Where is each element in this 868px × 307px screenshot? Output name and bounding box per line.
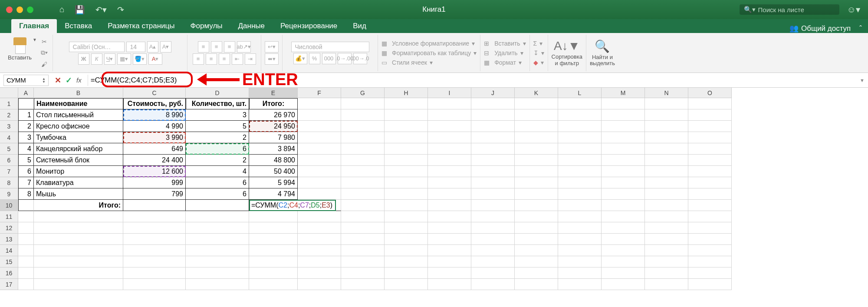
cell[interactable]: 2 xyxy=(186,132,249,143)
cell[interactable] xyxy=(428,177,471,188)
cell[interactable] xyxy=(471,109,515,121)
delete-cells-button[interactable]: ⊟Удалить▾ xyxy=(484,50,526,56)
cell[interactable] xyxy=(645,155,688,166)
cell[interactable] xyxy=(298,98,341,109)
cell[interactable] xyxy=(558,200,602,211)
cell[interactable] xyxy=(688,132,732,143)
cell[interactable] xyxy=(515,279,558,290)
cell[interactable] xyxy=(688,245,732,256)
feedback-icon[interactable]: ☺▾ xyxy=(847,4,860,15)
cell[interactable] xyxy=(428,211,471,222)
cell[interactable] xyxy=(602,155,645,166)
cell[interactable]: 3 894 xyxy=(249,143,298,155)
thousands-icon[interactable]: 000 xyxy=(322,53,336,64)
fill-color-icon[interactable]: 🪣▾ xyxy=(133,53,147,65)
expand-formula-bar-icon[interactable]: ▼ xyxy=(860,78,865,83)
col-header-h[interactable]: H xyxy=(385,88,428,98)
cell[interactable]: 8 990 xyxy=(123,109,186,121)
cell[interactable]: 1 xyxy=(18,109,34,121)
cell[interactable] xyxy=(34,211,123,222)
cell-styles-button[interactable]: ▭Стили ячеек▾ xyxy=(381,59,477,66)
minimize-window-icon[interactable] xyxy=(16,7,23,13)
cell[interactable]: 649 xyxy=(123,143,186,155)
row-header-2[interactable]: 2 xyxy=(0,109,18,121)
cell[interactable] xyxy=(471,200,515,211)
cell[interactable] xyxy=(186,245,249,256)
spreadsheet-grid[interactable]: ABCDEFGHIJKLMNO 123456789101112131415161… xyxy=(0,88,868,307)
col-header-b[interactable]: B xyxy=(34,88,123,98)
cell[interactable] xyxy=(515,121,558,132)
col-header-m[interactable]: M xyxy=(602,88,645,98)
cell[interactable] xyxy=(688,267,732,279)
cell[interactable] xyxy=(34,279,123,290)
cell[interactable] xyxy=(602,98,645,109)
align-top-icon[interactable]: ≡ xyxy=(198,41,209,53)
cell[interactable] xyxy=(558,98,602,109)
cell[interactable]: 5 xyxy=(18,155,34,166)
cell[interactable] xyxy=(385,177,428,188)
cell[interactable] xyxy=(602,109,645,121)
cell[interactable] xyxy=(123,222,186,234)
cell[interactable]: =СУММ(C2;C4;C7;D5;E3) xyxy=(249,200,341,211)
cell[interactable] xyxy=(645,245,688,256)
cell[interactable] xyxy=(645,188,688,200)
col-header-f[interactable]: F xyxy=(298,88,341,98)
row-header-13[interactable]: 13 xyxy=(0,234,18,245)
cell[interactable] xyxy=(558,143,602,155)
format-painter-icon[interactable]: 🖌 xyxy=(39,60,49,69)
col-header-g[interactable]: G xyxy=(341,88,385,98)
cell[interactable] xyxy=(428,109,471,121)
cell[interactable] xyxy=(428,279,471,290)
cell[interactable] xyxy=(688,109,732,121)
cell[interactable] xyxy=(558,245,602,256)
cell[interactable] xyxy=(123,279,186,290)
cell[interactable] xyxy=(298,109,341,121)
cell[interactable] xyxy=(385,200,428,211)
cell[interactable] xyxy=(341,188,385,200)
cell[interactable] xyxy=(34,256,123,267)
cell[interactable]: Системный блок xyxy=(34,155,123,166)
cell[interactable] xyxy=(688,279,732,290)
cell[interactable] xyxy=(18,234,34,245)
cell[interactable] xyxy=(645,98,688,109)
decrease-indent-icon[interactable]: ⇤ xyxy=(232,53,243,65)
cell[interactable] xyxy=(471,211,515,222)
row-header-1[interactable]: 1 xyxy=(0,98,18,109)
cell[interactable] xyxy=(385,143,428,155)
cell[interactable] xyxy=(123,200,186,211)
cell[interactable] xyxy=(645,200,688,211)
cell[interactable] xyxy=(602,256,645,267)
cell[interactable] xyxy=(515,109,558,121)
cell[interactable] xyxy=(602,188,645,200)
cell[interactable] xyxy=(385,132,428,143)
cell[interactable] xyxy=(602,279,645,290)
row-header-6[interactable]: 6 xyxy=(0,155,18,166)
cell[interactable]: Тумбочка xyxy=(34,132,123,143)
col-header-d[interactable]: D xyxy=(186,88,249,98)
align-bottom-icon[interactable]: ≡ xyxy=(224,41,235,53)
cell[interactable] xyxy=(18,222,34,234)
cell[interactable] xyxy=(471,132,515,143)
cell[interactable] xyxy=(515,234,558,245)
cell[interactable] xyxy=(471,245,515,256)
format-cells-button[interactable]: ▦Формат▾ xyxy=(484,59,526,66)
cell[interactable]: 4 xyxy=(18,143,34,155)
increase-decimal-icon[interactable]: .0→.00 xyxy=(338,53,352,64)
cell[interactable] xyxy=(428,200,471,211)
cell[interactable] xyxy=(428,222,471,234)
cell[interactable]: Наименование xyxy=(34,98,123,109)
cell[interactable] xyxy=(385,166,428,177)
cell[interactable] xyxy=(428,121,471,132)
row-header-15[interactable]: 15 xyxy=(0,256,18,267)
formula-input[interactable]: =СУММ(C2;C4;C7;D5;E3) xyxy=(88,75,856,86)
sort-filter-icon[interactable]: A↓▼ xyxy=(554,39,580,53)
cell[interactable]: 3 xyxy=(18,132,34,143)
cell[interactable] xyxy=(34,234,123,245)
cell[interactable] xyxy=(558,267,602,279)
cell[interactable] xyxy=(645,166,688,177)
cell[interactable] xyxy=(298,256,341,267)
cell[interactable] xyxy=(123,211,186,222)
increase-font-icon[interactable]: A▴ xyxy=(147,41,158,53)
select-all-corner[interactable] xyxy=(0,88,18,98)
tab-home[interactable]: Главная xyxy=(11,19,57,33)
